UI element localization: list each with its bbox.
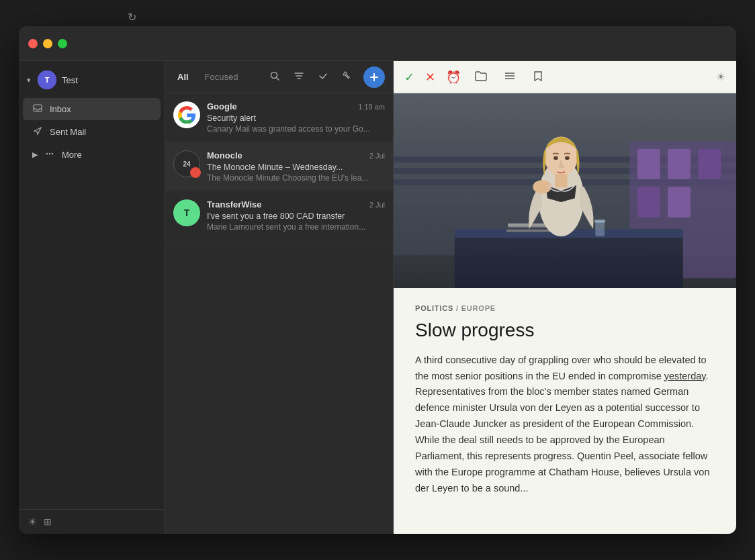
main-window: ↻ ▾ T Test <box>19 26 736 534</box>
svg-line-7 <box>277 78 279 81</box>
article-title: Slow progress <box>415 319 715 342</box>
sidebar-nav: Inbox Sent Mail ▶ <box>19 95 165 509</box>
brightness-icon[interactable]: ☀ <box>716 71 725 83</box>
svg-rect-22 <box>455 232 683 288</box>
sidebar: ▾ T Test <box>19 61 165 534</box>
email-subject: The Monocle Minute – Wednesday... <box>207 162 385 172</box>
account-name: Test <box>62 75 78 85</box>
search-icon[interactable] <box>267 68 283 86</box>
avatar: 24 <box>173 150 200 177</box>
delete-icon[interactable]: ✕ <box>425 70 435 85</box>
svg-rect-21 <box>668 187 691 217</box>
svg-rect-18 <box>668 149 691 179</box>
svg-rect-17 <box>637 149 660 179</box>
email-list-header: All Focused <box>165 61 393 93</box>
account-chevron-icon: ▾ <box>27 76 31 85</box>
sidebar-item-sent[interactable]: Sent Mail <box>23 121 161 143</box>
settings-icon[interactable]: ☀ <box>28 516 37 527</box>
clock-icon[interactable]: ⏰ <box>446 70 461 85</box>
email-time: 2 Jul <box>369 152 385 160</box>
inbox-icon <box>32 103 43 115</box>
email-sender: Monocle <box>207 150 242 160</box>
svg-rect-20 <box>637 187 660 217</box>
unread-badge <box>190 167 201 178</box>
inbox-label: Inbox <box>50 104 71 114</box>
sidebar-item-more[interactable]: ▶ More <box>23 144 161 166</box>
list-item[interactable]: Google 1:19 am Security alert Canary Mai… <box>165 93 393 142</box>
traffic-lights <box>28 39 67 48</box>
avatar: T <box>38 71 56 89</box>
svg-rect-27 <box>594 220 605 223</box>
tools-icon[interactable] <box>339 68 355 86</box>
minimize-button[interactable] <box>43 39 52 48</box>
svg-text:T: T <box>45 76 50 84</box>
article-category: POLITICS / EUROPE <box>415 304 715 312</box>
email-subject: I've sent you a free 800 CAD transfer <box>207 212 385 221</box>
email-preview: The Monocle Minute Choosing the EU's lea… <box>207 173 385 183</box>
list-item[interactable]: T TransferWise 2 Jul I've sent you a fre… <box>165 191 393 240</box>
svg-point-35 <box>553 156 558 160</box>
more-chevron-icon: ▶ <box>32 150 38 159</box>
article-body: POLITICS / EUROPE Slow progress A third … <box>394 288 736 518</box>
sidebar-top: ▾ T Test <box>19 61 165 95</box>
close-button[interactable] <box>28 39 38 48</box>
email-sender: TransferWise <box>207 199 262 209</box>
svg-rect-33 <box>555 174 567 187</box>
email-sender: Google <box>207 101 237 111</box>
checkmark-icon[interactable] <box>315 68 331 86</box>
avatar: T <box>173 199 200 226</box>
reading-content[interactable]: POLITICS / EUROPE Slow progress A third … <box>394 93 736 534</box>
email-list: Google 1:19 am Security alert Canary Mai… <box>165 93 393 534</box>
filter-icon[interactable] <box>291 68 307 86</box>
check-icon[interactable]: ✓ <box>404 70 414 85</box>
email-time: 1:19 am <box>358 103 385 111</box>
svg-rect-29 <box>506 230 556 232</box>
email-content: Google 1:19 am Security alert Canary Mai… <box>207 101 385 134</box>
sent-label: Sent Mail <box>50 127 86 137</box>
sidebar-bottom: ☀ ⊞ <box>19 509 165 534</box>
email-content: TransferWise 2 Jul I've sent you a free … <box>207 199 385 232</box>
article-image <box>394 93 736 288</box>
email-preview: Canary Mail was granted access to your G… <box>207 124 385 134</box>
reading-pane: ✓ ✕ ⏰ <box>394 61 736 534</box>
sidebar-item-inbox[interactable]: Inbox <box>23 98 161 120</box>
email-time: 2 Jul <box>369 201 385 209</box>
article-link[interactable]: yesterday <box>664 371 706 381</box>
svg-point-5 <box>52 153 53 154</box>
tab-all[interactable]: All <box>173 69 193 85</box>
svg-rect-19 <box>698 149 721 179</box>
reading-toolbar: ✓ ✕ ⏰ <box>394 61 736 93</box>
titlebar: ↻ <box>19 26 736 61</box>
svg-rect-30 <box>508 224 546 226</box>
email-content: Monocle 2 Jul The Monocle Minute – Wedne… <box>207 150 385 183</box>
maximize-button[interactable] <box>58 39 67 48</box>
folder-icon[interactable] <box>472 66 490 88</box>
more-label: More <box>62 150 82 160</box>
tab-focused[interactable]: Focused <box>201 69 242 85</box>
compose-button[interactable] <box>363 66 385 88</box>
svg-point-36 <box>565 156 570 160</box>
grid-icon[interactable]: ⊞ <box>44 516 52 527</box>
account-section[interactable]: ▾ T Test <box>27 71 78 89</box>
sent-icon <box>32 126 43 138</box>
email-list-panel: All Focused <box>165 61 394 534</box>
svg-point-3 <box>46 153 48 154</box>
article-text: A third consecutive day of grappling ove… <box>415 353 715 497</box>
email-subject: Security alert <box>207 113 385 123</box>
svg-rect-26 <box>595 221 605 236</box>
svg-point-4 <box>49 153 50 154</box>
email-preview: Marie Lamouret sent you a free internati… <box>207 222 385 232</box>
bookmark-icon[interactable] <box>529 67 547 87</box>
avatar <box>173 101 200 128</box>
menu-icon[interactable] <box>501 67 519 87</box>
list-item[interactable]: 24 Monocle 2 Jul The Monocle Minute – We… <box>165 142 393 191</box>
more-icon <box>44 149 55 160</box>
